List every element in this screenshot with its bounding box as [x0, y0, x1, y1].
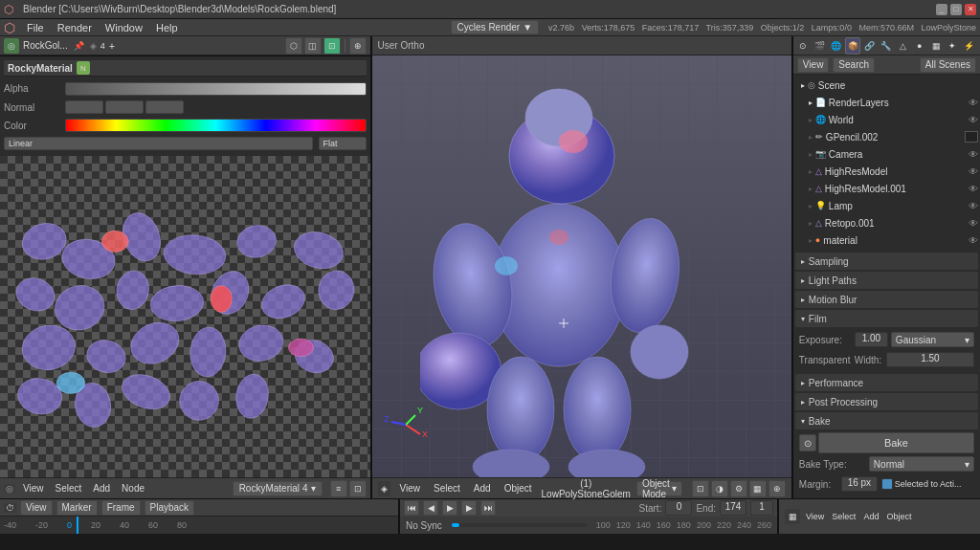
normal-z[interactable]	[145, 100, 184, 114]
all-scenes-btn[interactable]: All Scenes	[920, 57, 976, 73]
color-picker[interactable]	[65, 119, 367, 132]
menu-render[interactable]: Render	[52, 21, 98, 34]
normal-x[interactable]	[65, 100, 103, 114]
world-props-icon[interactable]: 🌐	[829, 37, 844, 55]
bake-type-select[interactable]: Normal ▾	[869, 456, 974, 472]
scene-item[interactable]: ▸ ◎ Scene	[793, 77, 980, 94]
next-frame-btn[interactable]: ▶	[461, 500, 477, 516]
data-props-icon[interactable]: △	[895, 37, 910, 55]
playback-btn[interactable]: Playback	[145, 500, 195, 516]
width-value[interactable]: 1.50	[886, 352, 974, 367]
motion-blur-header[interactable]: ▸ Motion Blur	[795, 291, 978, 308]
hr001-eye[interactable]: 👁	[969, 184, 978, 194]
minimize-button[interactable]: _	[936, 4, 947, 15]
viewport-canvas[interactable]: X Y Z	[372, 55, 791, 477]
bake-header[interactable]: ▾ Bake	[795, 412, 978, 429]
vp-icon2[interactable]: ◑	[711, 480, 728, 497]
selected-to-checkbox[interactable]	[881, 478, 893, 490]
start-value[interactable]: 0	[665, 500, 692, 516]
film-header[interactable]: ▾ Film	[795, 310, 978, 327]
menu-window[interactable]: Window	[100, 21, 148, 34]
view-mode-icon3[interactable]: ⊡	[323, 37, 341, 55]
gaussian-select[interactable]: Gaussian ▾	[891, 332, 974, 347]
cam-eye[interactable]: 👁	[969, 149, 978, 160]
maximize-button[interactable]: □	[950, 4, 962, 15]
vp-select-label[interactable]: Select	[430, 483, 464, 494]
new-material-btn[interactable]: N	[77, 61, 90, 75]
marker-btn[interactable]: Marker	[56, 500, 98, 516]
node-view-toggle[interactable]: ≡	[330, 480, 347, 497]
render-engine-selector[interactable]: Cycles Render ▼	[451, 20, 540, 34]
node-type-icon[interactable]: ◎	[4, 38, 19, 54]
view-mode-icon1[interactable]: ⬡	[285, 37, 302, 55]
img-add-btn[interactable]: Add	[861, 512, 880, 521]
performance-header[interactable]: ▸ Performance	[795, 374, 978, 391]
view-menu-item[interactable]: View	[19, 483, 48, 494]
sampling-header[interactable]: ▸ Sampling	[795, 253, 978, 270]
end-value[interactable]: 174	[720, 500, 746, 516]
select-menu-item[interactable]: Select	[52, 483, 86, 494]
img-editor-icon[interactable]: ▦	[785, 509, 800, 524]
mode-selector[interactable]: Object Mode ▾	[636, 481, 682, 496]
vp-add-label[interactable]: Add	[470, 483, 495, 494]
prev-frame-btn[interactable]: ◀	[423, 500, 438, 516]
menu-file[interactable]: File	[21, 21, 50, 34]
physics-props-icon[interactable]: ⚡	[962, 37, 977, 55]
menu-help[interactable]: Help	[150, 21, 184, 34]
vp-icon1[interactable]: ⊡	[692, 480, 709, 497]
retopo-item[interactable]: ▸ △ Retopo.001 👁	[793, 214, 980, 231]
img-view-btn[interactable]: View	[804, 512, 826, 521]
constraint-props-icon[interactable]: 🔗	[861, 37, 877, 55]
node-canvas[interactable]	[0, 156, 370, 477]
node-menu-item[interactable]: Node	[118, 483, 148, 494]
object-props-icon[interactable]: 📦	[845, 37, 860, 55]
search-btn[interactable]: Search	[833, 57, 875, 73]
texture-props-icon[interactable]: ▦	[928, 37, 944, 55]
timeline-icon[interactable]: ⏱	[4, 503, 16, 513]
rl-eye[interactable]: 👁	[969, 98, 978, 108]
highres001-item[interactable]: ▸ △ HighResModel.001 👁	[793, 180, 980, 197]
highres-item[interactable]: ▸ △ HighResModel 👁	[793, 163, 980, 180]
alpha-slider[interactable]	[65, 82, 367, 96]
margin-value[interactable]: 16 px	[841, 476, 878, 492]
modifier-props-icon[interactable]: 🔧	[879, 37, 894, 55]
material-selector[interactable]: RockyMaterial 4 ▾	[233, 481, 323, 496]
world-item[interactable]: ▸ 🌐 World 👁	[793, 111, 980, 128]
vp-icon5[interactable]: ⊕	[768, 480, 786, 497]
flat-select[interactable]: Flat	[319, 137, 367, 150]
scene-props-icon[interactable]: 🎬	[812, 37, 827, 55]
world-eye[interactable]: 👁	[969, 115, 978, 125]
vp-icon3[interactable]: ⚙	[730, 480, 747, 497]
light-paths-header[interactable]: ▸ Light Paths	[795, 272, 978, 289]
view-btn[interactable]: View	[797, 57, 830, 73]
jump-start-btn[interactable]: ⏮	[404, 500, 419, 516]
vp-object-label[interactable]: Object	[501, 483, 536, 494]
bake-type-icon[interactable]: ⊙	[799, 434, 816, 451]
play-btn[interactable]: ▶	[442, 500, 457, 516]
render-props-icon[interactable]: ⊙	[795, 37, 811, 55]
bake-button[interactable]: Bake	[818, 432, 974, 453]
frame-range-bar[interactable]	[452, 523, 587, 527]
img-object-btn[interactable]: Object	[884, 512, 913, 521]
hr-eye[interactable]: 👁	[969, 166, 978, 177]
img-select-btn[interactable]: Select	[830, 512, 858, 521]
frame-display[interactable]: 1	[750, 500, 773, 516]
vp-icon4[interactable]: ▦	[749, 480, 767, 497]
camera-item[interactable]: ▸ 📷 Camera 👁	[793, 145, 980, 163]
lamp-eye[interactable]: 👁	[969, 201, 978, 211]
window-controls[interactable]: _ □ ✕	[936, 4, 976, 15]
normal-y[interactable]	[105, 100, 144, 114]
node-zoom-fit[interactable]: ⊡	[349, 480, 367, 497]
add-node-icon[interactable]: +	[109, 40, 115, 52]
close-button[interactable]: ✕	[965, 4, 976, 15]
vp-view-label[interactable]: View	[396, 483, 425, 494]
render-layers-item[interactable]: ▸ 📄 RenderLayers 👁	[793, 94, 980, 111]
frame-btn[interactable]: Frame	[101, 500, 141, 516]
material-item[interactable]: ▸ ● material 👁	[793, 231, 980, 249]
mat-eye[interactable]: 👁	[969, 235, 978, 246]
view-mode-icon2[interactable]: ◫	[304, 37, 322, 55]
exposure-value[interactable]: 1.00	[855, 332, 888, 347]
gpencil-item[interactable]: ▸ ✏ GPencil.002	[793, 128, 980, 145]
add-menu-item[interactable]: Add	[89, 483, 114, 494]
viewport-controls[interactable]: ◈	[378, 481, 390, 496]
